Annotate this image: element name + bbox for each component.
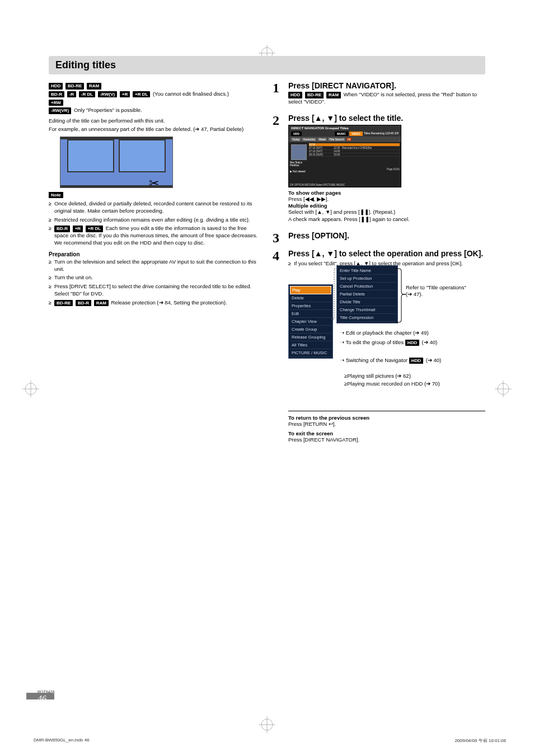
nav-tab-video: VIDEO: [349, 132, 363, 136]
page-title: Editing titles: [49, 56, 485, 74]
tag-hdd: HDD: [49, 83, 63, 90]
step1-body: HDD BD-RE RAM When "VIDEO" is not select…: [288, 91, 485, 106]
tag-plusr: +R: [120, 91, 130, 98]
nav-page: Page 01/01: [309, 168, 400, 171]
nav-cell: 20:54: [309, 143, 331, 146]
nav-cell: 27.10 (SAT): [309, 150, 331, 153]
tag-rdl: -R DL: [79, 91, 95, 98]
tag-bdre: BD-RE: [65, 83, 84, 90]
sub-dividetitle: Divide Title: [338, 298, 396, 306]
sub-setupprot: Set up Protection: [338, 275, 396, 283]
nav-cell: 15:00: [334, 153, 340, 156]
tag-plusrw: +RW: [49, 100, 63, 106]
sub-titlecomp: Title Compression: [338, 314, 396, 322]
opt-releasegroup: Release Grouping: [290, 334, 331, 341]
edit-submenu: Enter Title Name Set up Protection Cance…: [336, 265, 398, 323]
prep-bullet-4-text: Release protection (➔ 84, Setting the pr…: [111, 299, 227, 306]
prep-bullet-4: BD-RE BD-R RAM Release protection (➔ 84,…: [54, 299, 261, 307]
opt-chapterview: Chapter View: [290, 318, 331, 326]
tag-ram: RAM: [87, 83, 101, 90]
annot-music: ≥Playing music recorded on HDD (➔ 70): [344, 381, 440, 387]
tag-inline: BD-R: [76, 300, 91, 307]
step-number: 4: [273, 249, 283, 443]
nav-subtab: Yesterday: [302, 138, 316, 141]
direct-navigator-screenshot: DIRECT NAVIGATOR Grouped Titles HDD Titl…: [288, 125, 401, 187]
annot-pic: ≥Playing still pictures (➔ 62): [344, 373, 411, 379]
page-footer: RQT9428 46: [26, 690, 54, 699]
media-tags-row3: +RW: [49, 99, 261, 106]
tag-rwvr: -RW(VR): [49, 107, 71, 114]
opt-edit: Edit: [290, 310, 331, 318]
nav-drive: HDD: [291, 132, 302, 136]
step3-heading: Press [OPTION].: [288, 231, 485, 240]
tag-bdr: BD-R: [49, 91, 64, 98]
row2-note: (You cannot edit finalised discs.): [153, 91, 229, 97]
multi-edit-text: Select with [▲, ▼] and press [❚❚]. (Repe…: [288, 209, 485, 216]
prep-bullet-1: Turn on the television and select the ap…: [54, 259, 261, 273]
nav-cell: 27.10 (SAT): [309, 147, 331, 149]
note-bullet-2: Restricted recording information remains…: [54, 217, 261, 224]
tag-plusrdl: +R DL: [133, 91, 150, 98]
nav-subtab: All: [346, 138, 352, 141]
options-menu: Play Delete Properties Edit Chapter View…: [288, 284, 333, 359]
step1-heading: Press [DIRECT NAVIGATOR].: [288, 81, 485, 90]
crop-mark-left: [22, 381, 39, 397]
tag-inline: RAM: [94, 300, 109, 307]
nav-partition: Partition: [290, 164, 308, 167]
tag-rwv: -RW(V): [98, 91, 118, 98]
media-tags-row1: HDD BD-RE RAM: [49, 82, 261, 90]
tag-inline: +R DL: [86, 226, 103, 232]
page-number: 46: [26, 693, 54, 699]
options-diagram: Play Delete Properties Edit Chapter View…: [288, 271, 485, 444]
show-pages-head: To show other pages: [288, 190, 485, 196]
tag-inline: BD-R: [54, 226, 70, 232]
tag-inline: BD-RE: [305, 92, 324, 98]
tag-inline: HDD: [288, 92, 302, 98]
crop-mark-right: [495, 381, 512, 397]
note-bullet-3: BD-R +R +R DL Each time you edit a title…: [54, 225, 261, 246]
step-number: 1: [273, 81, 283, 109]
intro-text1: Editing of the title can be performed wi…: [49, 118, 261, 125]
opt-delete: Delete: [290, 294, 331, 302]
nav-tab-music: MUSIC: [335, 132, 348, 136]
intro-text2: For example, an unnecessary part of the …: [49, 126, 261, 133]
dashed-connector: [331, 266, 339, 328]
step-number: 3: [273, 231, 283, 245]
tag-inline: +R: [73, 226, 83, 232]
prep-bullet-3: Press [DRIVE SELECT] to select the drive…: [54, 283, 261, 298]
tag-inline: BD-RE: [54, 300, 73, 307]
scissors-icon: ✂: [149, 176, 159, 191]
nav-cell: Recorded from CH302(Bur: [342, 147, 372, 149]
sub-entertitle: Enter Title Name: [338, 267, 396, 275]
prep-bullet-2: Turn the unit on.: [54, 274, 261, 281]
show-pages-text: Press [◀◀, ▶▶].: [288, 196, 485, 203]
step-number: 2: [273, 114, 283, 227]
multi-edit-text2: A check mark appears. Press [❚❚] again t…: [288, 216, 485, 223]
tag-r: -R: [67, 91, 76, 98]
opt-play: Play: [290, 286, 331, 294]
left-column: HDD BD-RE RAM BD-R -R -R DL -RW(V) +R +R…: [49, 81, 261, 447]
sub-cancelprot: Cancel Protection: [338, 283, 396, 290]
right-column: 1 Press [DIRECT NAVIGATOR]. HDD BD-RE RA…: [273, 81, 485, 447]
note-bullet-1: Once deleted, divided or partially delet…: [54, 200, 261, 215]
annot-chapter: ➝ Edit or playback the chapter (➔ 49): [340, 330, 429, 336]
media-tags-row2: BD-R -R -R DL -RW(V) +R +R DL (You canno…: [49, 91, 261, 98]
note-bullet-3-text2: We recommend that you edit on the HDD an…: [54, 240, 205, 246]
sub-partialdel: Partial Delete: [338, 290, 396, 298]
step4-heading: Press [▲, ▼] to select the operation and…: [288, 249, 485, 258]
opt-alltitles: All Titles: [290, 341, 331, 349]
nav-subtab: Title Search: [328, 138, 345, 141]
preparation-heading: Preparation: [49, 251, 261, 257]
multi-edit-head: Multiple editing: [288, 203, 485, 209]
nav-cell: 12:30: [334, 147, 340, 149]
nav-thumbnail: [291, 144, 307, 160]
opt-properties: Properties: [290, 302, 331, 310]
nav-title: DIRECT NAVIGATOR Grouped Titles: [291, 126, 349, 130]
annot-group: ➝ To edit the group of titles HDD (➔ 40): [340, 339, 437, 346]
annot-refer: Refer to "Title operations" (➔ 47).: [406, 284, 473, 298]
nav-notviewed: Not viewed: [293, 170, 305, 173]
row4-note: Only "Properties" is possible.: [74, 107, 142, 113]
opt-creategroup: Create Group: [290, 326, 331, 334]
step2-heading: Press [▲, ▼] to select the title.: [288, 114, 485, 123]
nav-subtabs: Today Yesterday Week Title Search All: [289, 137, 401, 142]
